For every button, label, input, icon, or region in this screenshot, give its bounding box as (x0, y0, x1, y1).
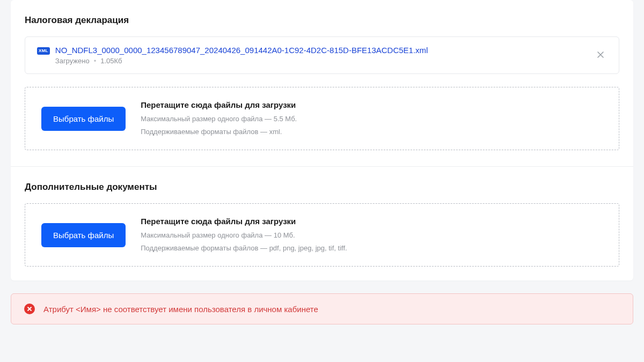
additional-dropzone[interactable]: Выбрать файлы Перетащите сюда файлы для … (25, 203, 619, 267)
remove-file-button[interactable] (594, 48, 607, 63)
choose-files-button[interactable]: Выбрать файлы (41, 107, 126, 131)
additional-dropzone-title: Перетащите сюда файлы для загрузки (141, 217, 347, 226)
file-size: 1.05Кб (100, 57, 122, 65)
dropzone-formats: Поддерживаемые форматы файлов — xml. (141, 127, 297, 137)
additional-dropzone-maxsize: Максимальный размер одного файла — 10 Мб… (141, 230, 347, 241)
additional-section: Дополнительные документы Выбрать файлы П… (25, 182, 619, 267)
dropzone-text: Перетащите сюда файлы для загрузки Макси… (141, 100, 297, 137)
close-icon (596, 50, 605, 59)
additional-dropzone-text: Перетащите сюда файлы для загрузки Макси… (141, 217, 347, 253)
file-text: NO_NDFL3_0000_0000_123456789047_20240426… (55, 46, 428, 65)
declaration-title: Налоговая декларация (25, 15, 619, 26)
dropzone-title: Перетащите сюда файлы для загрузки (141, 100, 297, 109)
section-divider (11, 166, 633, 167)
error-message: Атрибут <Имя> не соответствует имени пол… (43, 305, 318, 314)
declaration-dropzone[interactable]: Выбрать файлы Перетащите сюда файлы для … (25, 87, 619, 150)
additional-dropzone-formats: Поддерживаемые форматы файлов — pdf, png… (141, 243, 347, 254)
file-meta: Загружено • 1.05Кб (55, 57, 428, 65)
file-name[interactable]: NO_NDFL3_0000_0000_123456789047_20240426… (55, 46, 428, 55)
file-info: XML NO_NDFL3_0000_0000_123456789047_2024… (37, 46, 428, 65)
uploaded-file-row: XML NO_NDFL3_0000_0000_123456789047_2024… (25, 36, 619, 74)
declaration-section: Налоговая декларация XML NO_NDFL3_0000_0… (25, 15, 619, 150)
error-icon (24, 304, 35, 314)
xml-file-icon: XML (37, 47, 50, 55)
error-alert: Атрибут <Имя> не соответствует имени пол… (11, 293, 633, 324)
dropzone-maxsize: Максимальный размер одного файла — 5.5 М… (141, 114, 297, 124)
choose-additional-files-button[interactable]: Выбрать файлы (41, 223, 126, 247)
file-status: Загружено (55, 57, 90, 65)
additional-title: Дополнительные документы (25, 182, 619, 193)
meta-separator: • (94, 57, 97, 65)
upload-card: Налоговая декларация XML NO_NDFL3_0000_0… (11, 0, 633, 280)
